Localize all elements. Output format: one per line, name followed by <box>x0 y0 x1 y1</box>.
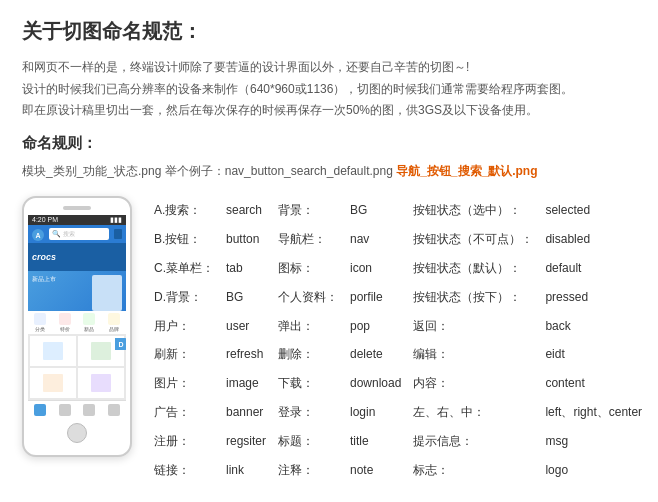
intro-line-3: 即在原设计稿里切出一套，然后在每次保存的时候再保存一次50%的图，供3GS及以下… <box>22 100 636 122</box>
term-value: left、right、center <box>539 398 648 427</box>
term-label: 标题： <box>272 427 344 456</box>
cat-icon-2 <box>59 313 71 325</box>
phone-nav-bar: A 🔍 搜索 <box>28 225 126 243</box>
term-value: pressed <box>539 283 648 312</box>
term-value: content <box>539 369 648 398</box>
phone-category-row: 分类 特价 新品 品牌 <box>28 311 126 334</box>
product-img-3 <box>43 374 63 392</box>
intro-text: 和网页不一样的是，终端设计师除了要苦逼的设计界面以外，还要自己辛苦的切图～! 设… <box>22 57 636 122</box>
term-label: 广告： <box>148 398 220 427</box>
term-value: back <box>539 312 648 341</box>
phone-top-bar <box>28 206 126 212</box>
term-label: 下载： <box>272 369 344 398</box>
phone-logo-text: crocs <box>32 252 56 262</box>
bottom-icon-home <box>34 404 46 416</box>
term-value: button <box>220 225 272 254</box>
phone-product-item <box>78 368 124 398</box>
term-label: 注册： <box>148 427 220 456</box>
term-label: 图片： <box>148 369 220 398</box>
term-label: B.按钮： <box>148 225 220 254</box>
cat-icon-4 <box>108 313 120 325</box>
term-label: C.菜单栏： <box>148 254 220 283</box>
term-value: banner <box>220 398 272 427</box>
table-row: A.搜索： search 背景： BG 按钮状态（选中）： selected <box>148 196 648 225</box>
term-label: 按钮状态（默认）： <box>407 254 539 283</box>
term-value: refresh <box>220 340 272 369</box>
term-value: disabled <box>539 225 648 254</box>
search-placeholder: 搜索 <box>63 230 75 239</box>
rule-example-prefix: 模块_类别_功能_状态.png 举个例子：nav_button_search_d… <box>22 164 396 178</box>
term-value: search <box>220 196 272 225</box>
term-label: 导航栏： <box>272 225 344 254</box>
phone-logo-area: crocs <box>28 243 126 271</box>
phone-bottom-nav <box>28 400 126 419</box>
table-row: B.按钮： button 导航栏： nav 按钮状态（不可点）： disable… <box>148 225 648 254</box>
bottom-icon-user <box>108 404 120 416</box>
phone-nav-search: 🔍 搜索 <box>49 228 109 240</box>
term-label: 左、右、中： <box>407 398 539 427</box>
term-label: 用户： <box>148 312 220 341</box>
phone-mockup: 4:20 PM ▮▮▮ A 🔍 搜索 crocs <box>22 196 132 457</box>
term-value: user <box>220 312 272 341</box>
phone-banner-label: 新品上市 <box>32 275 56 284</box>
phone-status-bar: 4:20 PM ▮▮▮ <box>28 215 126 225</box>
term-label: 内容： <box>407 369 539 398</box>
product-img-4 <box>91 374 111 392</box>
table-row: 用户： user 弹出： pop 返回： back <box>148 312 648 341</box>
phone-label-a: A <box>32 229 44 241</box>
term-value: BG <box>344 196 407 225</box>
product-img-2 <box>91 342 111 360</box>
term-label: A.搜索： <box>148 196 220 225</box>
phone-product-item <box>30 336 76 366</box>
cat-icon-1 <box>34 313 46 325</box>
term-value: image <box>220 369 272 398</box>
phone-time: 4:20 PM <box>32 216 58 224</box>
table-row: D.背景： BG 个人资料： porfile 按钮状态（按下）： pressed <box>148 283 648 312</box>
phone-cat-item: 特价 <box>59 313 71 332</box>
bottom-icon-cart <box>83 404 95 416</box>
phone-cat-item: 分类 <box>34 313 46 332</box>
phone-banner: 新品上市 <box>28 271 126 311</box>
phone-label-d: D <box>115 338 126 350</box>
term-value: delete <box>344 340 407 369</box>
term-label: 刷新： <box>148 340 220 369</box>
term-value: title <box>344 427 407 456</box>
phone-home-button <box>67 423 87 443</box>
term-value: pop <box>344 312 407 341</box>
term-label: 弹出： <box>272 312 344 341</box>
term-value: regsiter <box>220 427 272 456</box>
term-label: D.背景： <box>148 283 220 312</box>
search-icon: 🔍 <box>52 230 61 238</box>
term-label: 按钮状态（选中）： <box>407 196 539 225</box>
table-row: 广告： banner 登录： login 左、右、中： left、right、c… <box>148 398 648 427</box>
term-label: 链接： <box>148 456 220 485</box>
term-label: 标志： <box>407 456 539 485</box>
rule-title: 命名规则： <box>22 134 636 153</box>
term-value: tab <box>220 254 272 283</box>
rule-example: 模块_类别_功能_状态.png 举个例子：nav_button_search_d… <box>22 161 636 183</box>
term-value: eidt <box>539 340 648 369</box>
term-label: 个人资料： <box>272 283 344 312</box>
term-label: 背景： <box>272 196 344 225</box>
term-label: 按钮状态（不可点）： <box>407 225 539 254</box>
phone-speaker <box>63 206 91 210</box>
term-value: porfile <box>344 283 407 312</box>
nav-icon <box>114 229 122 239</box>
phone-product-item <box>30 368 76 398</box>
phone-signal: ▮▮▮ <box>110 216 122 224</box>
bottom-icon-cat <box>59 404 71 416</box>
table-row: 刷新： refresh 删除： delete 编辑： eidt <box>148 340 648 369</box>
term-label: 提示信息： <box>407 427 539 456</box>
term-label: 删除： <box>272 340 344 369</box>
rule-example-highlight: 导航_按钮_搜索_默认.png <box>396 164 537 178</box>
term-value: login <box>344 398 407 427</box>
phone-cat-item: 品牌 <box>108 313 120 332</box>
term-value: msg <box>539 427 648 456</box>
term-label: 登录： <box>272 398 344 427</box>
term-label: 按钮状态（按下）： <box>407 283 539 312</box>
term-label: 注释： <box>272 456 344 485</box>
term-value: icon <box>344 254 407 283</box>
term-value: nav <box>344 225 407 254</box>
intro-line-2: 设计的时候我们已高分辨率的设备来制作（640*960或1136），切图的时候我们… <box>22 79 636 101</box>
term-value: selected <box>539 196 648 225</box>
